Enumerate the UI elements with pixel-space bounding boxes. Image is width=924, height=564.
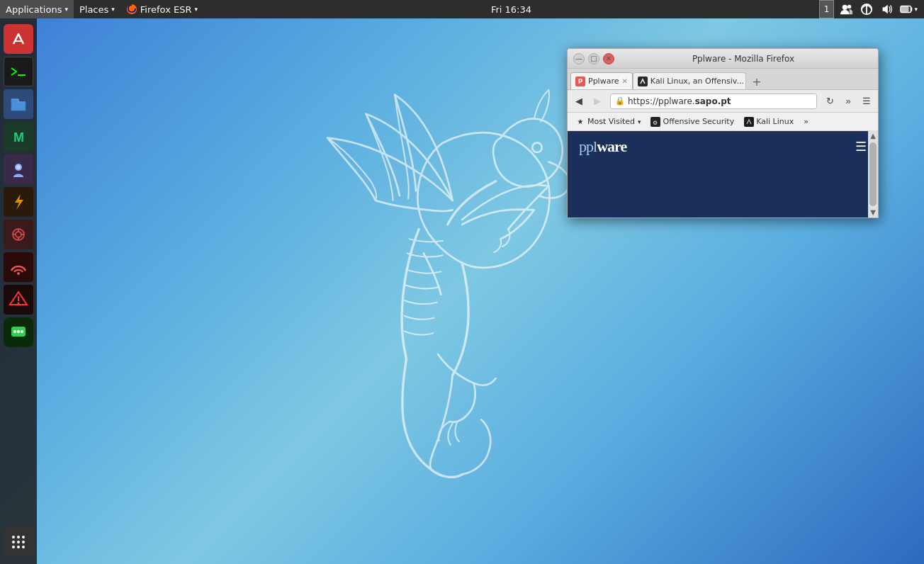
desktop: Applications ▾ Places ▾ Firefox ESR ▾ Fr… [0,0,924,564]
scroll-thumb[interactable] [869,142,877,206]
more-pages-button[interactable]: » [840,93,857,110]
hamburger-menu-button[interactable]: ☰ [855,139,867,154]
os-icon: ⚙ [652,118,659,125]
svg-text:M: M [13,130,24,145]
bookmarks-bar: ★ Most Visited ▾ ⚙ Offensive Security [568,113,878,131]
panel-right: 1 [819,0,924,18]
sidebar-app8-icon[interactable] [4,252,33,282]
offensive-security-label: Offensive Security [663,117,734,126]
url-bar[interactable]: 🔒 https://pplware.sapo.pt [610,94,817,109]
bookmark-offensive-security[interactable]: ⚙ Offensive Security [647,115,738,128]
scroll-track: ▲ ▼ [868,131,878,218]
sound-icon-btn[interactable] [877,0,896,18]
sidebar-terminal-icon[interactable] [4,57,33,86]
minimize-button[interactable]: — [573,53,585,64]
tab-pplware[interactable]: P Pplware ✕ [570,72,633,89]
battery-icon-btn[interactable]: ▾ [896,0,921,18]
bookmark-kali-linux[interactable]: Kali Linux [740,115,797,128]
most-visited-arrow: ▾ [638,118,641,125]
svg-point-16 [16,165,21,169]
url-text: https://pplware.sapo.pt [628,96,731,106]
svg-point-43 [17,546,20,548]
panel-clock: Fri 16:34 [203,4,819,15]
sidebar-burp-icon[interactable] [4,187,33,217]
offensive-security-favicon: ⚙ [650,117,660,127]
sidebar-kali-icon[interactable] [4,24,33,54]
top-panel: Applications ▾ Places ▾ Firefox ESR ▾ Fr… [0,0,924,18]
sidebar-app5-icon[interactable] [4,154,33,184]
files-icon [8,94,29,115]
kali-linux-label: Kali Linux [756,117,794,126]
browser-titlebar: — □ ✕ Pplware - Mozilla Firefox [568,49,878,69]
network-icon [860,3,873,16]
forward-button[interactable]: ▶ [589,93,606,110]
malwarebytes-icon: M [8,126,29,147]
browser-title: Pplware - Mozilla Firefox [614,54,872,64]
terminal-icon [8,61,29,82]
sidebar-app7-icon[interactable] [4,220,33,249]
kali-dragon-logo [128,85,624,489]
firefox-icon [126,4,137,15]
firefox-esr-menu[interactable]: Firefox ESR ▾ [120,0,203,18]
sidebar-app4-icon[interactable]: M [4,122,33,152]
workspace-indicator[interactable]: 1 [819,0,835,18]
titlebar-buttons: — □ ✕ [573,53,614,64]
svg-rect-9 [8,61,29,82]
svg-point-42 [12,546,15,548]
url-domain-bold: sapo.pt [695,96,731,106]
browser-window: — □ ✕ Pplware - Mozilla Firefox P Pplwar… [567,48,879,218]
applications-menu[interactable]: Applications ▾ [0,0,74,18]
places-arrow-icon: ▾ [111,6,115,13]
menu-button[interactable]: ☰ [858,93,875,110]
battery-icon [900,3,914,16]
tab-label-kali: Kali Linux, an Offensiv... [650,77,744,86]
tab-kali[interactable]: Kali Linux, an Offensiv... ✕ [633,72,746,89]
close-button[interactable]: ✕ [603,53,614,64]
back-button[interactable]: ◀ [570,93,587,110]
app5-icon [8,159,29,180]
browser-toolbar: ◀ ▶ 🔒 https://pplware.sapo.pt ↻ » ☰ [568,90,878,113]
url-lock-icon: 🔒 [615,96,625,106]
svg-point-3 [847,5,851,9]
users-icon [840,3,853,16]
scroll-down-button[interactable]: ▼ [870,208,876,218]
reload-button[interactable]: ↻ [821,93,838,110]
network-icon-btn[interactable] [857,0,877,18]
bookmark-most-visited[interactable]: ★ Most Visited ▾ [572,115,644,128]
bookmarks-overflow[interactable]: » [800,115,812,128]
scroll-up-button[interactable]: ▲ [870,131,876,141]
firefox-esr-label: Firefox ESR [140,4,192,15]
battery-arrow-icon: ▾ [914,6,918,13]
datetime-label: Fri 16:34 [491,4,531,15]
app7-icon [8,224,29,245]
applications-arrow-icon: ▾ [64,6,68,13]
sidebar-app9-icon[interactable] [4,285,33,315]
users-icon-btn[interactable] [837,0,857,18]
apps-grid-icon [10,534,27,551]
kali-tab-icon [639,78,646,85]
sidebar-allapps-icon[interactable] [4,527,33,557]
kali-favicon [744,117,754,127]
tab-close-pplware[interactable]: ✕ [621,77,627,85]
svg-point-30 [18,303,20,305]
svg-text:⚙: ⚙ [653,120,658,125]
firefox-arrow-icon: ▾ [194,6,198,13]
svg-point-35 [21,330,23,333]
sidebar-files-icon[interactable] [4,89,33,119]
places-menu[interactable]: Places ▾ [74,0,120,18]
browser-tabs: P Pplware ✕ Kali Linux, an Offensiv... ✕… [568,69,878,90]
svg-point-37 [17,536,20,538]
bookmarks-overflow-icon: » [804,117,808,126]
app9-icon [8,289,29,310]
kali-small-icon [745,118,753,125]
svg-point-40 [17,541,20,543]
svg-point-8 [9,29,28,49]
new-tab-button[interactable]: + [749,74,765,89]
svg-point-39 [12,541,15,543]
places-label: Places [79,4,108,15]
pplware-header: pplware ☰ [568,131,878,162]
maximize-button[interactable]: □ [588,53,599,64]
star-icon: ★ [575,117,585,127]
sidebar-app10-icon[interactable] [4,317,33,347]
svg-rect-7 [901,6,908,11]
